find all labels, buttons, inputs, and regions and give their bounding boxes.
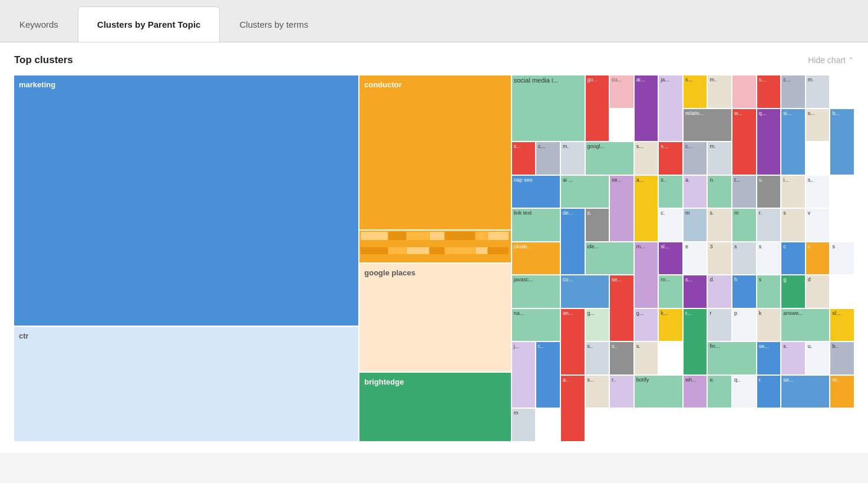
treemap-cell[interactable]: cloaki... (512, 242, 560, 275)
treemap-cell[interactable]: se... (610, 275, 633, 341)
treemap-cell[interactable]: s.. (659, 176, 682, 208)
treemap-cell[interactable]: g... (635, 309, 658, 341)
treemap-cell[interactable]: s.. (586, 342, 609, 374)
treemap-cell[interactable]: na... (512, 309, 560, 341)
treemap-cell[interactable]: c (806, 242, 830, 275)
treemap-cell[interactable]: s... (659, 142, 682, 175)
treemap-cell[interactable]: m... (635, 242, 658, 308)
treemap-cell[interactable]: ai... (635, 75, 658, 141)
treemap-cell[interactable]: p (732, 309, 756, 341)
treemap-cell[interactable]: m.. (708, 75, 731, 108)
treemap-cell[interactable]: javasc... (512, 275, 560, 308)
treemap-cell[interactable]: b... (830, 109, 854, 175)
treemap-cell[interactable]: g (781, 275, 805, 308)
treemap-cell[interactable]: se... (610, 176, 633, 241)
treemap-cell[interactable]: h (732, 275, 756, 308)
treemap-cell[interactable]: s... (512, 142, 536, 175)
treemap-cell[interactable]: go... (586, 75, 609, 141)
treemap-cell[interactable]: k (757, 309, 781, 341)
treemap-cell[interactable]: s.. (610, 342, 633, 374)
treemap-cell[interactable]: s... (684, 275, 707, 308)
treemap-cell[interactable]: wh... (684, 376, 707, 408)
treemap-cell[interactable]: s... (757, 75, 781, 108)
treemap-cell[interactable]: m. (806, 75, 830, 108)
block-conductor[interactable]: conductor (359, 75, 511, 229)
treemap-cell[interactable]: k... (659, 309, 682, 341)
treemap-cell[interactable]: m (732, 209, 756, 241)
treemap-cell[interactable]: n. (708, 176, 731, 208)
treemap-cell[interactable]: s (830, 242, 854, 275)
treemap-cell[interactable]: m. (708, 142, 731, 175)
treemap-cell[interactable]: q... (757, 109, 781, 175)
treemap-cell[interactable]: b.. (830, 342, 854, 374)
treemap-cell[interactable]: s. (635, 342, 658, 374)
treemap-cell[interactable]: g... (586, 309, 609, 341)
block-google-places[interactable]: google places (359, 264, 511, 372)
treemap-cell[interactable]: d (806, 275, 830, 308)
treemap-cell[interactable]: fin... (708, 342, 755, 374)
treemap-cell[interactable]: a. (684, 176, 707, 208)
treemap-cell[interactable]: i... (781, 176, 805, 208)
treemap-cell[interactable]: c (781, 242, 805, 275)
treemap-cell[interactable]: r... (536, 342, 560, 408)
treemap-cell[interactable]: m.. (830, 376, 854, 408)
treemap-cell[interactable]: link text (512, 209, 560, 241)
treemap-cell[interactable]: a... (635, 176, 658, 241)
treemap-cell[interactable]: m. (561, 142, 585, 175)
treemap-cell[interactable]: 3 (708, 242, 731, 275)
treemap-cell[interactable]: s... (806, 109, 830, 142)
treemap-cell[interactable]: u. (806, 342, 830, 374)
treemap-cell[interactable]: s... (684, 75, 707, 108)
treemap-cell[interactable]: sl... (659, 242, 682, 275)
block-ctr[interactable]: ctr (14, 327, 358, 441)
treemap-cell[interactable]: s. (781, 342, 805, 374)
treemap-cell[interactable]: nap seo (512, 176, 560, 208)
treemap-cell[interactable]: s (732, 242, 756, 275)
treemap-cell[interactable]: ide... (586, 242, 633, 275)
treemap-cell[interactable]: ro... (659, 275, 682, 308)
block-brightedge[interactable]: brightedge (359, 373, 511, 441)
block-marketing[interactable]: marketing (14, 75, 358, 326)
treemap-cell[interactable]: s... (635, 142, 658, 175)
treemap-cell[interactable] (732, 75, 756, 108)
treemap-cell[interactable]: q.. (732, 376, 756, 408)
treemap-cell[interactable]: r (708, 309, 731, 341)
treemap-cell[interactable]: de... (561, 209, 585, 274)
treemap-cell[interactable]: m (512, 409, 536, 441)
treemap-cell[interactable]: e. (708, 376, 731, 408)
treemap-cell[interactable]: j... (512, 342, 536, 408)
treemap-cell[interactable]: e (684, 242, 707, 275)
treemap-cell[interactable]: googl... (586, 142, 633, 175)
treemap-cell[interactable]: s. (708, 209, 731, 241)
treemap-cell[interactable]: s. (586, 209, 609, 241)
treemap-cell[interactable]: relativ... (684, 109, 731, 142)
treemap-cell[interactable]: si... (781, 109, 805, 175)
treemap-cell[interactable]: d. (708, 275, 731, 308)
treemap-cell[interactable]: m (684, 209, 707, 241)
treemap-cell[interactable]: botify (635, 376, 682, 408)
treemap-cell[interactable]: cu... (610, 75, 633, 108)
treemap-cell[interactable]: ja... (659, 75, 682, 141)
treemap-cell[interactable]: c. (659, 209, 682, 241)
treemap-cell[interactable]: w... (732, 109, 756, 175)
treemap-cell[interactable]: r.. (610, 376, 633, 408)
treemap-cell[interactable]: an... (561, 309, 585, 374)
treemap-cell[interactable]: s (757, 242, 781, 275)
treemap-cell[interactable]: r... (684, 309, 707, 374)
treemap-cell[interactable]: r. (757, 209, 781, 241)
tab-clusters-terms[interactable]: Clusters by terms (220, 6, 328, 42)
treemap-cell[interactable]: se... (781, 376, 829, 408)
treemap-cell[interactable]: ai ... (561, 176, 609, 208)
treemap-cell[interactable]: a.. (561, 376, 585, 441)
treemap-cell[interactable]: answe... (781, 309, 829, 341)
treemap-cell[interactable]: c... (781, 75, 805, 108)
treemap-cell[interactable]: se... (757, 342, 781, 374)
tab-clusters-parent[interactable]: Clusters by Parent Topic (78, 6, 220, 42)
treemap-cell[interactable]: r. (757, 376, 781, 408)
treemap-cell[interactable]: co... (561, 275, 609, 308)
treemap-cell[interactable]: v (806, 209, 830, 241)
treemap-cell[interactable]: sl... (830, 309, 854, 341)
treemap-cell[interactable]: social media i... (512, 75, 585, 141)
treemap-cell[interactable]: s (781, 209, 805, 241)
treemap-cell[interactable]: s. (757, 176, 781, 208)
